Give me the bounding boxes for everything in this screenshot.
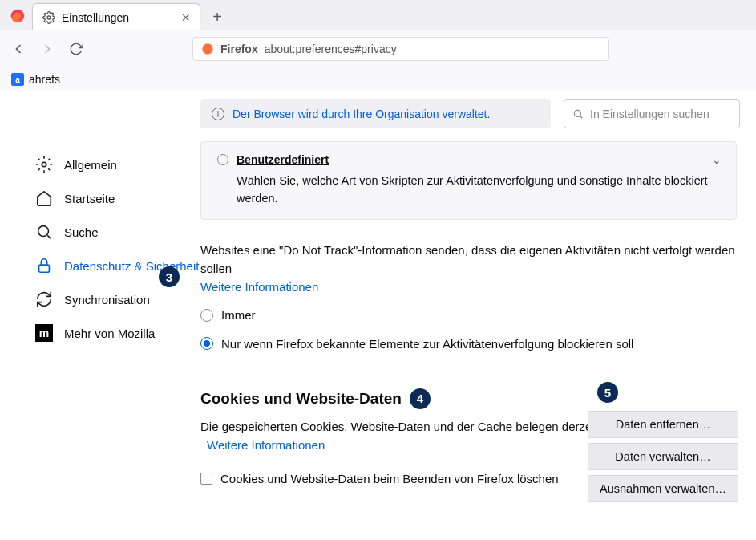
- bookmark-label[interactable]: ahrefs: [29, 73, 60, 86]
- search-icon: [572, 108, 584, 120]
- firefox-icon: [201, 43, 214, 55]
- org-managed-banner[interactable]: i Der Browser wird durch Ihre Organisati…: [200, 99, 551, 128]
- svg-point-1: [47, 16, 51, 19]
- manage-data-button[interactable]: Daten verwalten…: [588, 443, 738, 470]
- sidebar-label: Datenschutz & Sicherheit: [64, 259, 199, 273]
- radio-selected-icon[interactable]: [200, 337, 213, 350]
- sidebar-item-sync[interactable]: Synchronisation: [35, 282, 200, 316]
- sidebar-item-more[interactable]: m Mehr von Mozilla: [35, 316, 200, 350]
- tab-title: Einstellungen: [62, 11, 129, 24]
- sidebar-label: Mehr von Mozilla: [64, 327, 155, 340]
- reload-button[interactable]: [67, 40, 85, 58]
- chevron-down-icon[interactable]: ⌄: [712, 153, 722, 166]
- dnt-more-info-link[interactable]: Weitere Informationen: [200, 280, 318, 294]
- sidebar-label: Suche: [64, 225, 99, 239]
- mozilla-icon: m: [35, 324, 53, 342]
- svg-point-6: [574, 110, 580, 116]
- radio-icon[interactable]: [217, 154, 228, 165]
- sidebar-label: Synchronisation: [64, 293, 150, 307]
- option-label: Immer: [221, 306, 256, 324]
- sidebar-label: Allgemein: [64, 158, 117, 172]
- new-tab-button[interactable]: +: [205, 5, 229, 29]
- svg-point-3: [42, 162, 46, 167]
- back-button[interactable]: [10, 40, 27, 58]
- gear-icon: [42, 11, 55, 24]
- urlbar-address: about:preferences#privacy: [265, 43, 397, 55]
- option-label: Nur wenn Firefox bekannte Elemente zur A…: [221, 335, 633, 353]
- remove-data-button[interactable]: Daten entfernen…: [588, 411, 738, 438]
- annotation-badge-5: 5: [597, 382, 618, 403]
- browser-tab[interactable]: Einstellungen ×: [32, 3, 200, 30]
- settings-search-input[interactable]: In Einstellungen suchen: [564, 99, 740, 128]
- sidebar-item-general[interactable]: Allgemein: [35, 148, 200, 181]
- tab-strip: Einstellungen × +: [0, 0, 756, 30]
- urlbar-brand: Firefox: [220, 43, 258, 55]
- cookies-more-info-link[interactable]: Weitere Informationen: [207, 438, 325, 452]
- svg-rect-5: [39, 265, 50, 272]
- radio-icon[interactable]: [200, 309, 213, 322]
- sidebar-item-search[interactable]: Suche: [35, 215, 200, 249]
- dnt-option-always[interactable]: Immer: [200, 306, 737, 324]
- org-banner-text: Der Browser wird durch Ihre Organisation…: [232, 108, 490, 120]
- svg-point-4: [38, 226, 49, 237]
- custom-title: Benutzerdefiniert: [237, 153, 329, 166]
- bookmarks-bar: a ahrefs: [0, 67, 756, 91]
- checkbox-icon[interactable]: [200, 473, 212, 485]
- dnt-intro: Websites eine "Do Not Track"-Information…: [200, 241, 737, 278]
- cookies-heading: Cookies und Website-Daten: [200, 390, 402, 408]
- annotation-badge-3: 3: [159, 266, 180, 287]
- forward-button[interactable]: [38, 40, 56, 58]
- tracking-custom-option[interactable]: Benutzerdefiniert Wählen Sie, welche Art…: [200, 141, 737, 220]
- nav-toolbar: Firefox about:preferences#privacy: [0, 30, 756, 67]
- dnt-option-only-known[interactable]: Nur wenn Firefox bekannte Elemente zur A…: [200, 335, 737, 353]
- ahrefs-favicon-icon: a: [11, 73, 24, 86]
- annotation-badge-4: 4: [410, 388, 431, 409]
- manage-exceptions-button[interactable]: Ausnahmen verwalten…: [588, 475, 738, 502]
- info-icon: i: [212, 108, 224, 120]
- firefox-logo-icon: [8, 6, 27, 26]
- custom-desc: Wählen Sie, welche Art von Skripten zur …: [237, 173, 720, 208]
- close-icon[interactable]: ×: [181, 10, 190, 25]
- svg-point-2: [202, 43, 212, 54]
- sidebar-item-home[interactable]: Startseite: [35, 181, 200, 215]
- checkbox-label: Cookies und Website-Daten beim Beenden v…: [220, 472, 559, 485]
- search-placeholder: In Einstellungen suchen: [590, 108, 710, 120]
- preferences-sidebar: Allgemein Startseite Suche Datenschutz &…: [0, 91, 200, 540]
- url-bar[interactable]: Firefox about:preferences#privacy: [192, 37, 609, 61]
- sidebar-label: Startseite: [64, 192, 115, 205]
